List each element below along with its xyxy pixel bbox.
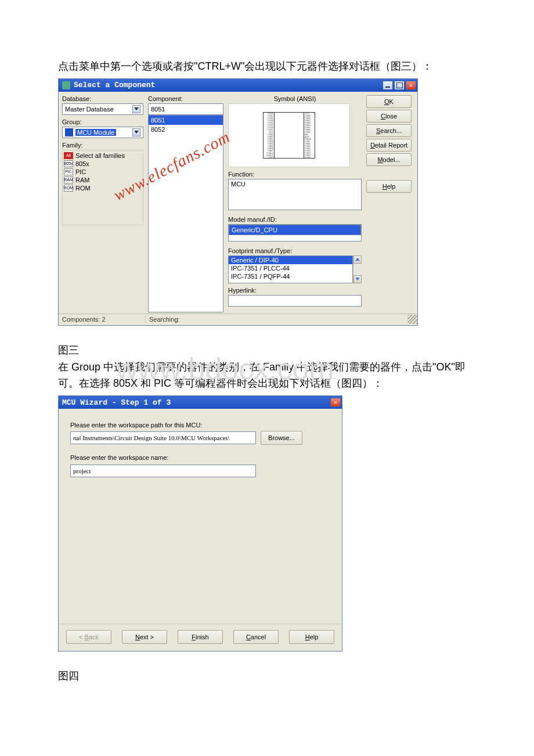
dialog-title: Select a Component	[74, 81, 155, 89]
chip-pin-label: GND	[268, 157, 273, 159]
chip-icon: RAM	[64, 177, 73, 183]
group-label: Group:	[62, 118, 143, 125]
status-bar: Components: 2 Searching:	[59, 314, 417, 325]
fig3-caption: 图三	[58, 342, 476, 359]
family-item-all[interactable]: All Select all families	[64, 152, 142, 160]
model-value: Generic/D_CPU	[229, 225, 361, 235]
workspace-name-label: Please enter the workspace name:	[70, 454, 330, 461]
family-item-label: PIC	[75, 168, 86, 175]
symbol-label: Symbol (ANSI)	[228, 95, 362, 102]
group-value: MCU Module	[75, 129, 116, 136]
help-button[interactable]: Help	[366, 180, 412, 193]
dialog-titlebar[interactable]: MCU Wizard - Step 1 of 3	[59, 396, 342, 409]
dialog-title: MCU Wizard - Step 1 of 3	[62, 398, 171, 407]
status-searching: Searching:	[146, 315, 408, 324]
fig4-caption: 图四	[58, 668, 476, 685]
resize-grip[interactable]	[408, 315, 417, 324]
workspace-path-label: Please enter the workspace path for this…	[70, 422, 330, 429]
next-button[interactable]: Next >	[122, 630, 167, 644]
all-icon: All	[64, 152, 73, 159]
symbol-preview: P1B0P1B1P1B2P1B3P1B4P1B5P1B6P1B7RSTP3B0P…	[228, 103, 350, 167]
family-item-label: 805x	[75, 160, 89, 167]
scroll-down-button[interactable]	[353, 275, 362, 283]
component-label: Component:	[148, 95, 223, 102]
maximize-button[interactable]	[394, 81, 405, 90]
function-label: Function:	[228, 171, 362, 178]
list-item[interactable]: Generic / DIP-40	[229, 256, 352, 264]
footprint-listbox[interactable]: Generic / DIP-40 IPC-7351 / PLCC-44 IPC-…	[228, 255, 353, 283]
chevron-down-icon[interactable]	[132, 105, 140, 113]
list-item[interactable]: IPC-7351 / PQFP-44	[229, 272, 352, 280]
family-item-pic[interactable]: PIC PIC	[64, 168, 142, 176]
model-button[interactable]: Model...	[366, 153, 412, 166]
mid-paragraph: 在 Group 中选择我们需要的器件的类别，在 Family 中选择我们需要的器…	[58, 359, 476, 393]
wizard-button-row: < Back Next > Finish Cancel Help	[59, 624, 342, 651]
list-item[interactable]: IPC-7351 / PLCC-44	[229, 264, 352, 272]
finish-button[interactable]: Finish	[178, 630, 223, 644]
detail-report-button[interactable]: Detail Report	[366, 139, 412, 152]
family-item-805x[interactable]: 805x 805x	[64, 160, 142, 168]
family-item-ram[interactable]: RAM RAM	[64, 176, 142, 184]
ok-button[interactable]: OK	[366, 95, 412, 108]
family-item-label: RAM	[75, 177, 89, 183]
app-icon	[62, 81, 70, 89]
hyperlink-input[interactable]	[228, 295, 362, 307]
chip-icon: PIC	[64, 168, 73, 175]
function-value: MCU	[231, 181, 246, 188]
family-item-rom[interactable]: ROM ROM	[64, 184, 142, 192]
browse-button[interactable]: Browse...	[261, 431, 302, 445]
footprint-label: Footprint manuf./Type:	[228, 247, 362, 254]
family-list[interactable]: All Select all families 805x 805x PIC PI…	[62, 150, 143, 225]
model-label: Model manuf./ID:	[228, 216, 362, 223]
workspace-name-input[interactable]	[70, 465, 256, 477]
mcu-icon	[65, 128, 73, 136]
status-components: Components: 2	[59, 315, 146, 324]
chevron-down-icon[interactable]	[132, 128, 140, 136]
chip-pin-label: P2B0	[305, 157, 311, 159]
close-button[interactable]	[406, 81, 416, 90]
side-buttons: OK Close Search... Detail Report Model..…	[366, 95, 412, 312]
chip-icon: 805x	[64, 160, 73, 167]
workspace-path-input[interactable]	[70, 431, 256, 444]
select-component-dialog: Select a Component Database: Master Data…	[58, 78, 418, 326]
mcu-wizard-dialog: MCU Wizard - Step 1 of 3 Please enter th…	[58, 395, 342, 651]
database-dropdown[interactable]: Master Database	[62, 103, 143, 115]
database-label: Database:	[62, 95, 143, 102]
family-item-label: ROM	[75, 185, 91, 192]
component-listbox[interactable]: 8051 8052	[148, 115, 223, 312]
intro-paragraph: 点击菜单中第一个选项或者按"CTRL+W"会出现以下元器件选择对话框（图三）：	[58, 58, 476, 75]
close-button[interactable]	[330, 398, 341, 407]
family-item-label: Select all families	[75, 152, 125, 159]
chip-icon: ROM	[64, 185, 73, 192]
list-item[interactable]: 8051	[149, 116, 223, 125]
database-value: Master Database	[65, 106, 114, 113]
back-button: < Back	[66, 630, 111, 644]
cancel-button[interactable]: Cancel	[233, 630, 279, 644]
scroll-up-button[interactable]	[353, 255, 362, 264]
help-button[interactable]: Help	[289, 630, 334, 644]
component-input[interactable]: 8051	[148, 103, 223, 115]
chip-diagram: P1B0P1B1P1B2P1B3P1B4P1B5P1B6P1B7RSTP3B0P…	[263, 112, 315, 159]
family-label: Family:	[62, 142, 143, 149]
hyperlink-label: Hyperlink:	[228, 287, 362, 294]
minimize-button[interactable]	[383, 81, 393, 90]
search-button[interactable]: Search...	[366, 124, 412, 137]
dialog-titlebar[interactable]: Select a Component	[59, 79, 417, 92]
component-input-value: 8051	[151, 106, 165, 113]
function-box: MCU	[228, 179, 362, 210]
scrollbar[interactable]	[353, 255, 362, 283]
model-box[interactable]: Generic/D_CPU	[228, 224, 362, 242]
group-dropdown[interactable]: MCU Module	[62, 127, 143, 138]
close-button-side[interactable]: Close	[366, 110, 412, 123]
list-item[interactable]: 8052	[149, 125, 223, 134]
